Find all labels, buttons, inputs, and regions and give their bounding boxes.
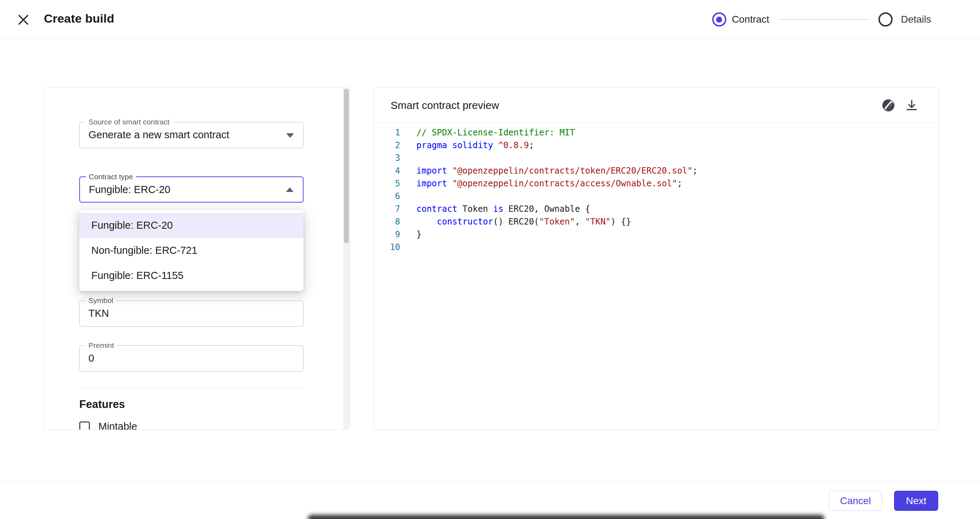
symbol-field[interactable]: Symbol TKN [79,300,304,327]
code-text [400,190,417,203]
create-build-page: Create build Contract Details Source of … [0,0,980,519]
code-line: 1// SPDX-License-Identifier: MIT [374,126,938,139]
code-text: contract Token is ERC20, Ownable { [400,203,590,215]
code-line: 8 constructor() ERC20("Token", "TKN") {} [374,215,938,228]
code-text: } [400,228,422,241]
contract-type-select[interactable]: Contract type Fungible: ERC-20 [79,176,304,203]
source-field-value: Generate a new smart contract [88,122,229,147]
line-number: 8 [374,215,400,228]
code-text: import "@openzeppelin/contracts/access/O… [400,177,682,190]
page-title: Create build [44,12,114,25]
code-line: 4import "@openzeppelin/contracts/token/E… [374,164,938,177]
features-heading: Features [79,398,125,411]
form-divider [79,388,304,388]
preview-header: Smart contract preview [374,88,939,123]
scrollbar-thumb[interactable] [344,89,349,243]
next-button[interactable]: Next [894,491,938,511]
symbol-field-value: TKN [88,301,109,325]
stepper: Contract Details [712,0,931,39]
download-icon[interactable] [903,97,920,114]
line-number: 6 [374,190,400,203]
bottom-shadow [308,515,824,519]
line-number: 7 [374,203,400,215]
contract-type-menu: Fungible: ERC-20Non-fungible: ERC-721Fun… [79,210,304,291]
step-contract-label: Contract [732,14,770,25]
preview-title: Smart contract preview [391,99,499,111]
contract-type-option[interactable]: Fungible: ERC-20 [79,213,304,238]
line-number: 2 [374,139,400,152]
code-text [400,241,417,254]
line-number: 5 [374,177,400,190]
code-line: 2pragma solidity ^0.8.9; [374,139,938,152]
contract-type-value: Fungible: ERC-20 [89,177,170,202]
top-bar: Create build Contract Details [0,0,980,39]
premint-field[interactable]: Premint 0 [79,345,304,371]
code-text: pragma solidity ^0.8.9; [400,139,534,152]
code-line: 9} [374,228,938,241]
code-editor[interactable]: 1// SPDX-License-Identifier: MIT2pragma … [374,123,938,429]
contract-type-option[interactable]: Fungible: ERC-1155 [79,263,304,288]
line-number: 1 [374,126,400,139]
step-details-circle-icon[interactable] [878,13,892,27]
code-line: 10 [374,241,938,254]
line-number: 10 [374,241,400,254]
code-line: 5import "@openzeppelin/contracts/access/… [374,177,938,190]
step-contract-radio-icon[interactable] [712,13,726,27]
stepper-connector-line [779,19,869,20]
line-number: 4 [374,164,400,177]
feature-label: Mintable [99,421,137,430]
contract-type-option[interactable]: Non-fungible: ERC-721 [79,238,304,263]
checkbox-icon[interactable] [79,421,90,430]
line-number: 3 [374,152,400,164]
footer-bar: Cancel Next [0,482,980,519]
contract-form-panel: Source of smart contract Generate a new … [44,87,350,430]
source-of-smart-contract-select[interactable]: Source of smart contract Generate a new … [79,122,304,148]
close-icon[interactable] [16,13,30,27]
code-lines: 1// SPDX-License-Identifier: MIT2pragma … [374,126,938,254]
code-text: constructor() ERC20("Token", "TKN") {} [400,215,631,228]
code-line: 7contract Token is ERC20, Ownable { [374,203,938,215]
code-text: import "@openzeppelin/contracts/token/ER… [400,164,698,177]
smart-contract-preview-panel: Smart contract preview 1// SPDX-License-… [373,87,939,430]
cancel-button[interactable]: Cancel [829,491,882,511]
openzeppelin-icon[interactable] [880,97,897,114]
step-details-label: Details [901,14,931,25]
chevron-up-icon [286,187,294,192]
scrollbar-track[interactable] [343,88,350,429]
feature-row: Mintable [79,421,137,430]
code-text: // SPDX-License-Identifier: MIT [400,126,575,139]
code-line: 6 [374,190,938,203]
premint-field-value: 0 [88,346,94,370]
code-line: 3 [374,152,938,164]
line-number: 9 [374,228,400,241]
code-text [400,152,417,164]
chevron-down-icon [286,133,294,138]
